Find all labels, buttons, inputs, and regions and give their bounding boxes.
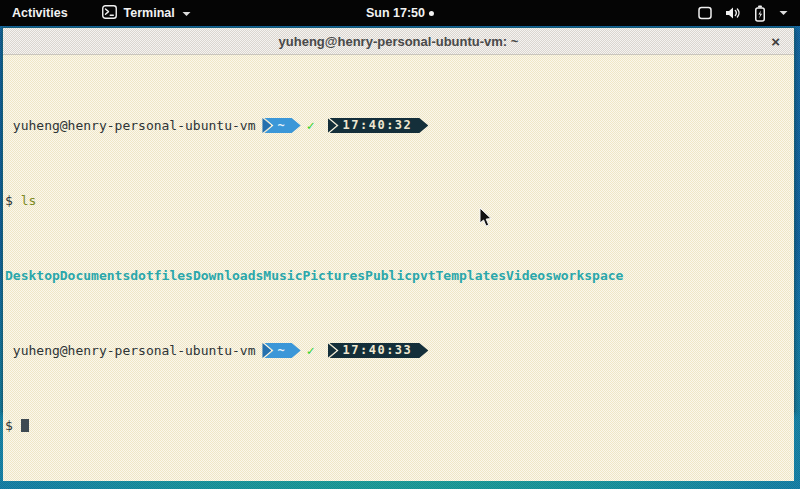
prompt-symbol: $ [5,418,13,433]
directory-item: Pictures [302,268,365,283]
notification-dot-icon [429,11,434,16]
prompt-line: yuheng@henry-personal-ubuntu-vm ~ ✓ 17:4… [5,118,792,133]
command-text: ls [21,193,37,208]
app-menu-label: Terminal [124,6,175,20]
directory-item: workspace [553,268,623,283]
battery-charging-icon [754,5,766,22]
directory-item: Downloads [193,268,263,283]
terminal-cursor [21,419,29,432]
directory-item: Videos [506,268,553,283]
screen-icon [698,6,712,20]
prompt-username: yuheng@henry-personal-ubuntu-vm [5,118,255,133]
directory-item: Documents [60,268,130,283]
app-menu-terminal[interactable]: Terminal [96,0,197,26]
ls-output: Desktop Documents dotfiles Downloads Mus… [5,268,792,283]
directory-item: pvt [412,268,435,283]
directory-item: dotfiles [130,268,193,283]
clock[interactable]: Sun 17:50 [366,0,434,26]
window-title: yuheng@henry-personal-ubuntu-vm: ~ [279,34,519,49]
status-check-icon: ✓ [307,343,315,358]
activities-button[interactable]: Activities [0,0,80,26]
volume-icon [725,6,741,20]
close-icon[interactable]: × [771,34,780,49]
top-bar: Activities Terminal Sun 17:50 [0,0,800,26]
directory-item: Public [365,268,412,283]
directory-item: Templates [436,268,506,283]
status-check-icon: ✓ [307,118,315,133]
chevron-down-icon [779,10,788,16]
terminal-window: yuheng@henry-personal-ubuntu-vm: ~ × yuh… [2,27,795,412]
prompt-time-segment: 17:40:33 [330,343,429,358]
clock-label: Sun 17:50 [366,6,425,20]
prompt-username: yuheng@henry-personal-ubuntu-vm [5,343,255,358]
command-line: $ ls [5,193,792,208]
prompt-time-segment: 17:40:32 [330,118,429,133]
system-status-menu[interactable] [690,0,800,26]
current-prompt-line: $ [5,418,792,433]
terminal-content[interactable]: yuheng@henry-personal-ubuntu-vm ~ ✓ 17:4… [3,55,794,481]
terminal-icon [102,5,117,22]
chevron-down-icon [182,6,191,20]
prompt-line: yuheng@henry-personal-ubuntu-vm ~ ✓ 17:4… [5,343,792,358]
window-titlebar[interactable]: yuheng@henry-personal-ubuntu-vm: ~ × [3,28,794,55]
directory-item: Desktop [5,268,60,283]
directory-item: Music [263,268,302,283]
prompt-symbol: $ [5,193,13,208]
